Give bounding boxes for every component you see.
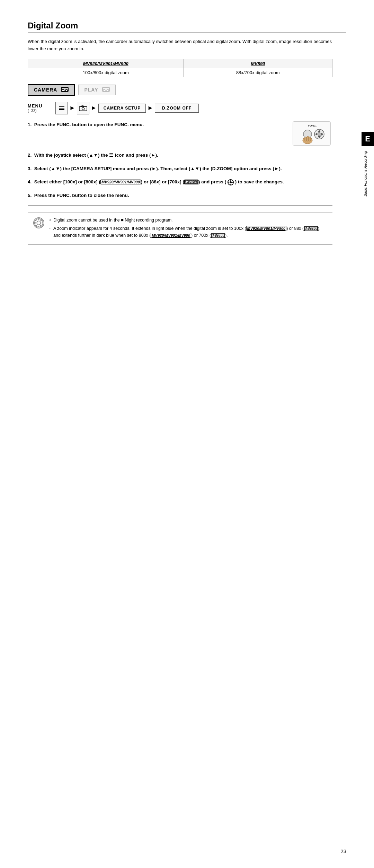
menu-lines — [59, 106, 64, 110]
menu-path-row: MENU ( 33) ► ► CAMERA SETUP ► D.ZOOM OFF — [28, 102, 332, 114]
step-3-text: 3. Select (▲▼) the [CAMERA SETUP] menu a… — [28, 165, 332, 173]
badge-mv920-1: MV920/MV901/MV900 — [100, 180, 141, 184]
divider — [28, 206, 332, 206]
note-icon-symbol — [33, 217, 44, 228]
step-5: 5. Press the FUNC. button to close the m… — [28, 192, 332, 199]
menu-section-box: CAMERA SETUP — [98, 104, 146, 113]
page-number: 23 — [340, 848, 346, 854]
note-content: Digital zoom cannot be used in the ■ Nig… — [49, 217, 328, 240]
step-2-text: 2. With the joystick select (▲▼) the ☰ i… — [28, 152, 332, 159]
camera-mode-button[interactable]: CAMERA — [28, 84, 75, 96]
notes-box: Digital zoom cannot be used in the ■ Nig… — [28, 212, 332, 245]
note-line-2: A zoom indicator appears for 4 seconds. … — [49, 225, 328, 239]
step-3-text-area: 3. Select (▲▼) the [CAMERA SETUP] menu a… — [28, 165, 332, 173]
step-1-text-area: 1. Press the FUNC. button to open the FU… — [28, 121, 285, 129]
section-title: Digital Zoom — [28, 21, 346, 33]
step-4-text: 4. Select either [100x] or [800x] (MV920… — [28, 179, 332, 186]
arrow-1: ► — [69, 104, 75, 112]
mode-buttons-row: CAMERA PLAY — [28, 84, 346, 96]
badge-mv920-note: MV920/MV901/MV900 — [246, 226, 287, 231]
step-2: 2. With the joystick select (▲▼) the ☰ i… — [28, 152, 332, 159]
svg-text:FUNC.: FUNC. — [308, 124, 317, 127]
menu-list-icon — [55, 102, 68, 114]
camera-label: CAMERA — [34, 87, 57, 93]
step-2-text-area: 2. With the joystick select (▲▼) the ☰ i… — [28, 152, 332, 159]
intro-paragraph: When the digital zoom is activated, the … — [28, 38, 332, 53]
side-tab-e: E — [362, 132, 374, 146]
badge-mv890-1: MV890 — [184, 180, 198, 184]
svg-point-20 — [318, 132, 321, 136]
svg-point-2 — [65, 89, 68, 92]
arrow-2: ► — [91, 104, 97, 112]
step-3: 3. Select (▲▼) the [CAMERA SETUP] menu a… — [28, 165, 332, 173]
camera-tape-icon — [61, 87, 69, 93]
play-mode-button[interactable]: PLAY — [78, 85, 115, 95]
svg-point-22 — [230, 181, 232, 183]
svg-point-28 — [37, 221, 41, 225]
step-4-text-area: 4. Select either [100x] or [800x] (MV920… — [28, 179, 332, 186]
step-1-image: FUNC. — [291, 121, 332, 146]
page-container: E Basic Functions Recording Digital Zoom… — [0, 0, 374, 868]
svg-rect-32 — [42, 223, 43, 224]
play-tape-icon — [102, 87, 110, 93]
menu-word: MENU — [28, 103, 42, 108]
col2-header: MV890 — [184, 59, 332, 68]
menu-label-box: MENU ( 33) — [28, 103, 52, 113]
step-4: 4. Select either [100x] or [800x] (MV920… — [28, 179, 332, 186]
menu-page: ( 33) — [28, 108, 37, 113]
svg-rect-29 — [38, 218, 39, 220]
badge-mv920-note2: MV920/MV901/MV900 — [151, 233, 191, 238]
step-1-text: 1. Press the FUNC. button to open the FU… — [28, 121, 285, 129]
svg-rect-13 — [307, 136, 309, 141]
svg-rect-12 — [305, 137, 306, 141]
col1-header: MV920/MV901/MV900 — [28, 59, 184, 68]
badge-mv890-note2: MV890 — [211, 233, 225, 238]
badge-mv890-note: MV890 — [304, 226, 318, 231]
play-label: PLAY — [84, 87, 98, 93]
steps-area: 1. Press the FUNC. button to open the FU… — [28, 121, 332, 200]
svg-point-1 — [62, 89, 64, 92]
step-1: 1. Press the FUNC. button to open the FU… — [28, 121, 332, 146]
arrow-3: ► — [147, 104, 153, 112]
svg-rect-8 — [82, 106, 83, 107]
note-icon-area — [33, 217, 45, 229]
spec-table: MV920/MV901/MV900 MV890 100x/800x digita… — [28, 59, 332, 77]
svg-rect-30 — [38, 226, 39, 228]
note-line-1: Digital zoom cannot be used in the ■ Nig… — [49, 217, 328, 224]
side-label: Basic Functions Recording — [362, 149, 374, 199]
menu-value-box: D.ZOOM OFF — [155, 104, 199, 113]
func-button-illustration: FUNC. — [293, 121, 331, 146]
svg-point-7 — [82, 107, 84, 110]
menu-camera-icon — [77, 102, 89, 114]
svg-point-5 — [107, 89, 109, 92]
col2-value: 88x/700x digital zoom — [184, 68, 332, 77]
step-5-text: 5. Press the FUNC. button to close the m… — [28, 192, 332, 199]
col1-value: 100x/800x digital zoom — [28, 68, 184, 77]
svg-rect-31 — [34, 223, 36, 224]
step-5-text-area: 5. Press the FUNC. button to close the m… — [28, 192, 332, 199]
svg-point-4 — [103, 89, 105, 92]
svg-rect-14 — [309, 137, 311, 141]
